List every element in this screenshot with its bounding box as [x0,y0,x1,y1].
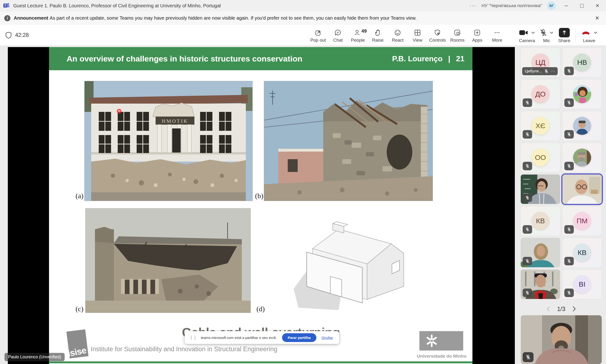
figure-a-photo: ΗΜΟΤΙΚ [84,81,252,201]
mic-button[interactable]: Mic [537,27,556,43]
people-count: 49 [361,28,367,34]
figure-c-photo [85,208,250,313]
isise-logo: isise [66,329,88,359]
mic-muted-icon [523,352,534,362]
mic-muted-icon [540,29,547,36]
svg-text:T: T [4,4,6,7]
view-button[interactable]: View [408,27,427,43]
participant-tile[interactable] [563,79,602,109]
participant-initials: ОО [531,149,549,167]
toolbar-divider [576,29,576,43]
leave-button[interactable]: Leave [578,27,600,43]
teams-meeting-window: T Guest Lecture 1. Paulo B. Lourenco, Pr… [0,0,606,364]
mic-muted-icon [523,98,532,107]
participant-tile[interactable]: КВ [563,238,602,267]
participant-video [563,175,602,204]
more-button[interactable]: More [487,27,507,43]
participant-tile[interactable]: ДО [521,79,560,109]
mic-muted-icon [523,225,532,234]
tile-more-icon[interactable]: ··· [551,69,555,73]
participant-initials: ХЄ [531,117,549,135]
institute-text: Institute for Sustainability and Innovat… [91,346,277,353]
view-icon [414,29,421,36]
chevron-down-icon[interactable] [594,31,597,34]
participant-tile[interactable] [563,143,602,172]
chevron-down-icon[interactable] [531,31,535,34]
participant-initials: ПМ [573,212,591,230]
rooms-icon [454,29,461,36]
profile-badge[interactable]: БГ [547,1,556,10]
slide-author: P.B. Lourenço [392,54,443,63]
chat-icon [334,29,342,36]
more-icon [494,29,501,36]
controls-icon [434,29,441,36]
page-indicator: 1/3 [557,306,565,312]
react-icon [394,29,401,36]
slide-title: An overview of challenges in historic st… [67,54,303,63]
presentation-slide: An overview of challenges in historic st… [49,47,472,364]
minimize-button[interactable]: ─ [561,1,571,10]
uminho-logo [419,331,463,351]
participant-initials: КВ [573,244,591,261]
close-button[interactable]: ✕ [592,1,603,10]
share-button[interactable]: Share [556,27,573,43]
share-icon [562,30,567,35]
share-message: teams.microsoft.com está a partilhar o s… [201,336,276,340]
leave-icon [581,30,591,36]
titlebar-overflow-menu[interactable]: ··· [469,3,476,9]
browser-share-bar: ❘❘ teams.microsoft.com está a partilhar … [185,331,339,344]
participant-initials: КВ [531,212,549,230]
participant-tile[interactable]: ХЄ [521,111,560,141]
participant-tile[interactable]: КВ [521,206,560,235]
uminho-label: Universidade do Minho [416,354,468,359]
popout-button[interactable]: Pop out [308,27,328,43]
announcement-close-icon[interactable]: ✕ [593,14,601,22]
react-button[interactable]: React [388,27,408,43]
camera-button[interactable]: Camera [516,27,537,43]
participant-initials: НВ [573,53,591,71]
apps-button[interactable]: Apps [467,27,487,43]
svg-text:ΗΜΟΤΙΚ: ΗΜΟΤΙΚ [162,118,188,124]
maximize-button[interactable] [577,1,587,10]
shared-screen-stage: An overview of challenges in historic st… [8,47,515,364]
stop-sharing-button[interactable]: Parar partilha [282,333,316,342]
mic-muted-icon [523,162,532,170]
participant-video-tile[interactable] [521,270,560,299]
participant-photo-avatar [573,117,591,135]
org-label: НУ "Чернігівська політехніка" [482,3,542,8]
active-speaker-video-tile[interactable] [563,175,602,204]
participant-tile[interactable] [563,111,602,141]
camera-icon [519,29,528,36]
raise-hand-button[interactable]: Raise [368,27,388,43]
participant-name-pill[interactable]: Цибуля... ··· [522,67,558,75]
slide-bottom-strip [49,361,472,363]
participant-tile[interactable]: ВІ [563,270,602,299]
bottom-video-tile[interactable] [521,315,602,364]
rooms-button[interactable]: Rooms [447,27,467,43]
participant-tile[interactable]: ЦД Цибуля... ··· [521,48,560,77]
participant-photo-avatar [573,149,591,167]
chevron-down-icon[interactable] [550,31,553,34]
participant-tile[interactable]: НВ [563,48,602,77]
laser-pointer-dot [117,109,121,113]
figure-d-model [284,208,416,313]
figure-b-photo [264,81,433,201]
next-page-icon[interactable] [572,306,576,312]
drag-handle-icon[interactable]: ❘❘ [190,335,197,340]
participant-tile[interactable]: ПМ [563,206,602,235]
figure-b-label: (b) [255,192,263,200]
people-button[interactable]: 49 People [348,27,368,43]
mic-muted-icon [523,130,532,139]
hide-share-bar-link[interactable]: Ocultar [322,336,333,340]
window-title: Guest Lecture 1. Paulo B. Lourenco, Prof… [13,3,221,9]
participant-video-tile[interactable] [521,238,560,267]
participant-video-tile[interactable] [521,175,560,204]
mic-muted-icon [523,288,532,297]
controls-button[interactable]: Controls [427,27,447,43]
figure-c-label: (c) [76,305,83,313]
chat-button[interactable]: Chat [328,27,348,43]
previous-page-icon[interactable] [546,306,550,312]
participant-tile[interactable]: ОО [521,143,560,172]
announcement-text: As part of a recent update, some Teams y… [50,15,416,21]
slide-separator: | [448,54,450,63]
